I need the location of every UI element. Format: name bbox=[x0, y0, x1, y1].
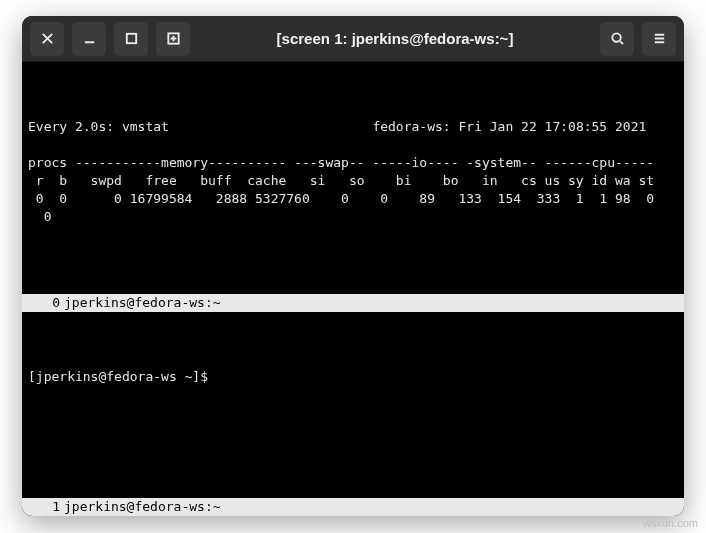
pane-label: jperkins@fedora-ws:~ bbox=[60, 498, 221, 516]
vmstat-row: 0 0 0 16799584 2888 5327760 0 0 89 133 1… bbox=[28, 191, 654, 206]
vmstat-col-header: r b swpd free buff cache si so bi bo in … bbox=[28, 173, 654, 188]
pane-0-content: Every 2.0s: vmstat fedora-ws: Fri Jan 22… bbox=[22, 98, 684, 246]
minimize-button[interactable] bbox=[72, 22, 106, 56]
watch-header-right: fedora-ws: Fri Jan 22 17:08:55 2021 bbox=[372, 119, 646, 134]
terminal-window: [screen 1: jperkins@fedora-ws:~] Every 2… bbox=[22, 16, 684, 516]
close-button[interactable] bbox=[30, 22, 64, 56]
search-button[interactable] bbox=[600, 22, 634, 56]
vmstat-row-wrap: 0 bbox=[28, 209, 51, 224]
svg-point-2 bbox=[612, 33, 620, 41]
titlebar: [screen 1: jperkins@fedora-ws:~] bbox=[22, 16, 684, 62]
pane-index: 1 bbox=[28, 498, 60, 516]
pane-1[interactable]: [jperkins@fedora-ws ~]$ bbox=[22, 312, 684, 498]
window-title: [screen 1: jperkins@fedora-ws:~] bbox=[198, 30, 592, 47]
menu-button[interactable] bbox=[642, 22, 676, 56]
watch-header-left: Every 2.0s: vmstat bbox=[28, 119, 169, 134]
pane-0-status: 0 jperkins@fedora-ws:~ bbox=[22, 294, 684, 312]
hamburger-icon bbox=[652, 31, 667, 46]
minimize-icon bbox=[82, 31, 97, 46]
spacer bbox=[169, 119, 373, 134]
pane-0[interactable]: Every 2.0s: vmstat fedora-ws: Fri Jan 22… bbox=[22, 62, 684, 294]
maximize-icon bbox=[124, 31, 139, 46]
new-tab-button[interactable] bbox=[156, 22, 190, 56]
svg-rect-0 bbox=[126, 34, 135, 43]
vmstat-group-header: procs -----------memory---------- ---swa… bbox=[28, 155, 654, 170]
shell-prompt: [jperkins@fedora-ws ~]$ bbox=[28, 369, 208, 384]
pane-label: jperkins@fedora-ws:~ bbox=[60, 294, 221, 312]
pane-index: 0 bbox=[28, 294, 60, 312]
close-icon bbox=[40, 31, 55, 46]
pane-1-status: 1 jperkins@fedora-ws:~ bbox=[22, 498, 684, 516]
pane-1-content: [jperkins@fedora-ws ~]$ bbox=[22, 348, 684, 406]
maximize-button[interactable] bbox=[114, 22, 148, 56]
search-icon bbox=[610, 31, 625, 46]
new-tab-icon bbox=[166, 31, 181, 46]
watermark: wsxdn.com bbox=[643, 517, 698, 529]
